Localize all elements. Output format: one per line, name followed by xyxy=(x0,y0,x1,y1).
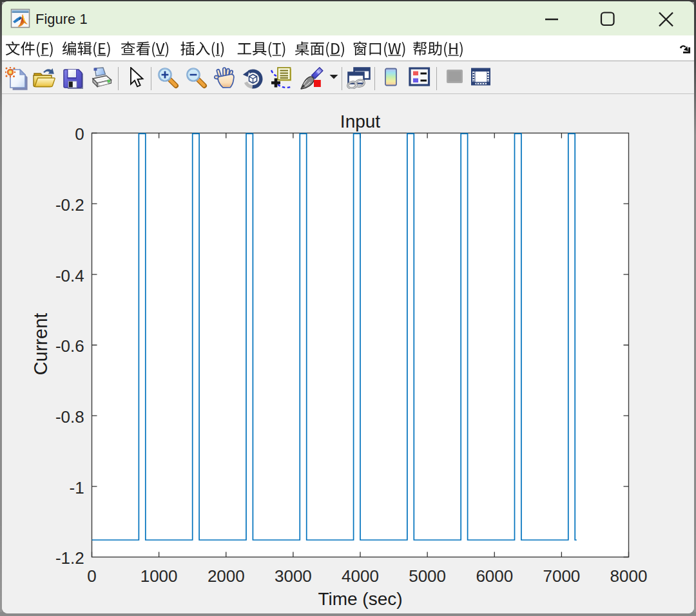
svg-text:2000: 2000 xyxy=(208,566,245,586)
svg-text:0: 0 xyxy=(75,124,84,144)
svg-text:6000: 6000 xyxy=(476,566,513,586)
svg-text:4000: 4000 xyxy=(342,566,379,586)
svg-text:-1.2: -1.2 xyxy=(55,548,84,568)
svg-text:1000: 1000 xyxy=(140,566,178,586)
svg-text:7000: 7000 xyxy=(543,566,580,586)
svg-text:0: 0 xyxy=(87,566,96,586)
svg-text:3000: 3000 xyxy=(275,566,312,586)
svg-text:-0.8: -0.8 xyxy=(55,407,84,427)
svg-text:-1: -1 xyxy=(70,478,84,497)
svg-text:8000: 8000 xyxy=(610,566,648,586)
svg-text:Current: Current xyxy=(30,313,51,376)
svg-text:-0.6: -0.6 xyxy=(55,336,84,356)
svg-text:5000: 5000 xyxy=(409,566,446,586)
svg-text:-0.4: -0.4 xyxy=(55,266,84,285)
svg-text:-0.2: -0.2 xyxy=(55,195,84,215)
svg-text:Input: Input xyxy=(340,111,380,131)
svg-text:Time (sec): Time (sec) xyxy=(318,589,402,609)
